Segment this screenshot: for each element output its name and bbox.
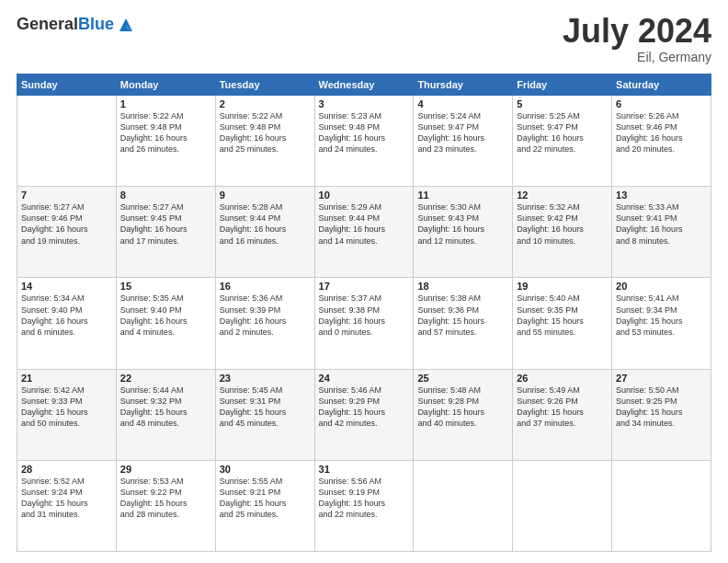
day-info: Sunrise: 5:32 AM Sunset: 9:42 PM Dayligh… xyxy=(517,201,608,247)
calendar-cell: 5Sunrise: 5:25 AM Sunset: 9:47 PM Daylig… xyxy=(513,96,612,187)
calendar-cell: 25Sunrise: 5:48 AM Sunset: 9:28 PM Dayli… xyxy=(414,369,513,460)
day-number: 27 xyxy=(616,373,707,384)
calendar-dow-wednesday: Wednesday xyxy=(314,75,414,96)
day-info: Sunrise: 5:53 AM Sunset: 9:22 PM Dayligh… xyxy=(120,476,211,521)
calendar-cell: 8Sunrise: 5:27 AM Sunset: 9:45 PM Daylig… xyxy=(116,187,215,278)
day-info: Sunrise: 5:27 AM Sunset: 9:46 PM Dayligh… xyxy=(21,201,112,247)
calendar-cell: 10Sunrise: 5:29 AM Sunset: 9:44 PM Dayli… xyxy=(314,187,414,278)
calendar-cell xyxy=(414,460,513,551)
day-number: 16 xyxy=(220,281,311,292)
calendar-cell: 1Sunrise: 5:22 AM Sunset: 9:48 PM Daylig… xyxy=(116,96,215,187)
day-info: Sunrise: 5:36 AM Sunset: 9:39 PM Dayligh… xyxy=(220,293,311,338)
day-number: 3 xyxy=(319,98,410,109)
day-info: Sunrise: 5:46 AM Sunset: 9:29 PM Dayligh… xyxy=(319,385,410,430)
calendar-cell: 20Sunrise: 5:41 AM Sunset: 9:34 PM Dayli… xyxy=(612,278,711,369)
day-number: 25 xyxy=(417,373,508,384)
calendar-dow-thursday: Thursday xyxy=(414,75,513,96)
day-info: Sunrise: 5:42 AM Sunset: 9:33 PM Dayligh… xyxy=(21,385,112,430)
calendar-header-row: SundayMondayTuesdayWednesdayThursdayFrid… xyxy=(17,75,711,96)
day-info: Sunrise: 5:26 AM Sunset: 9:46 PM Dayligh… xyxy=(616,110,707,155)
day-number: 11 xyxy=(417,190,508,201)
day-info: Sunrise: 5:40 AM Sunset: 9:35 PM Dayligh… xyxy=(517,293,608,338)
calendar-cell: 13Sunrise: 5:33 AM Sunset: 9:41 PM Dayli… xyxy=(612,187,711,278)
day-info: Sunrise: 5:24 AM Sunset: 9:47 PM Dayligh… xyxy=(417,110,508,155)
calendar-week-row: 1Sunrise: 5:22 AM Sunset: 9:48 PM Daylig… xyxy=(17,96,711,187)
day-number: 7 xyxy=(21,190,112,201)
calendar-cell: 27Sunrise: 5:50 AM Sunset: 9:25 PM Dayli… xyxy=(612,369,711,460)
day-info: Sunrise: 5:49 AM Sunset: 9:26 PM Dayligh… xyxy=(517,385,608,430)
calendar-cell: 18Sunrise: 5:38 AM Sunset: 9:36 PM Dayli… xyxy=(414,278,513,369)
day-info: Sunrise: 5:29 AM Sunset: 9:44 PM Dayligh… xyxy=(319,201,410,247)
logo-icon xyxy=(116,15,136,35)
day-number: 24 xyxy=(319,373,410,384)
day-number: 10 xyxy=(319,190,410,201)
day-info: Sunrise: 5:30 AM Sunset: 9:43 PM Dayligh… xyxy=(417,201,508,247)
day-number: 31 xyxy=(319,464,410,475)
day-info: Sunrise: 5:44 AM Sunset: 9:32 PM Dayligh… xyxy=(120,385,211,430)
location: Eil, Germany xyxy=(563,50,711,64)
day-info: Sunrise: 5:55 AM Sunset: 9:21 PM Dayligh… xyxy=(220,476,311,521)
logo-blue-text: Blue xyxy=(78,15,114,33)
calendar-table: SundayMondayTuesdayWednesdayThursdayFrid… xyxy=(17,74,711,552)
day-info: Sunrise: 5:33 AM Sunset: 9:41 PM Dayligh… xyxy=(616,201,707,247)
day-info: Sunrise: 5:22 AM Sunset: 9:48 PM Dayligh… xyxy=(220,110,311,155)
day-number: 4 xyxy=(417,98,508,109)
day-info: Sunrise: 5:45 AM Sunset: 9:31 PM Dayligh… xyxy=(220,385,311,430)
day-number: 15 xyxy=(120,281,211,292)
calendar-cell: 19Sunrise: 5:40 AM Sunset: 9:35 PM Dayli… xyxy=(513,278,612,369)
day-number: 17 xyxy=(319,281,410,292)
day-number: 2 xyxy=(220,98,311,109)
calendar-week-row: 21Sunrise: 5:42 AM Sunset: 9:33 PM Dayli… xyxy=(17,369,711,460)
day-number: 9 xyxy=(220,190,311,201)
calendar-cell: 3Sunrise: 5:23 AM Sunset: 9:48 PM Daylig… xyxy=(314,96,414,187)
month-year: July 2024 xyxy=(563,15,711,48)
page: GeneralBlue July 2024 Eil, Germany Sunda… xyxy=(0,0,728,563)
calendar-cell: 2Sunrise: 5:22 AM Sunset: 9:48 PM Daylig… xyxy=(215,96,314,187)
day-number: 12 xyxy=(517,190,608,201)
calendar-cell: 23Sunrise: 5:45 AM Sunset: 9:31 PM Dayli… xyxy=(215,369,314,460)
day-info: Sunrise: 5:34 AM Sunset: 9:40 PM Dayligh… xyxy=(21,293,112,338)
day-number: 14 xyxy=(21,281,112,292)
calendar-cell: 30Sunrise: 5:55 AM Sunset: 9:21 PM Dayli… xyxy=(215,460,314,551)
calendar-cell xyxy=(513,460,612,551)
header: GeneralBlue July 2024 Eil, Germany xyxy=(17,15,711,64)
day-info: Sunrise: 5:56 AM Sunset: 9:19 PM Dayligh… xyxy=(319,476,410,521)
calendar-dow-friday: Friday xyxy=(513,75,612,96)
day-number: 1 xyxy=(120,98,211,109)
calendar-cell: 24Sunrise: 5:46 AM Sunset: 9:29 PM Dayli… xyxy=(314,369,414,460)
day-number: 28 xyxy=(21,464,112,475)
day-number: 19 xyxy=(517,281,608,292)
logo: GeneralBlue xyxy=(17,15,136,35)
day-number: 29 xyxy=(120,464,211,475)
calendar-cell: 17Sunrise: 5:37 AM Sunset: 9:38 PM Dayli… xyxy=(314,278,414,369)
day-info: Sunrise: 5:28 AM Sunset: 9:44 PM Dayligh… xyxy=(220,201,311,247)
calendar-cell: 16Sunrise: 5:36 AM Sunset: 9:39 PM Dayli… xyxy=(215,278,314,369)
day-info: Sunrise: 5:37 AM Sunset: 9:38 PM Dayligh… xyxy=(319,293,410,338)
calendar-week-row: 14Sunrise: 5:34 AM Sunset: 9:40 PM Dayli… xyxy=(17,278,711,369)
calendar-cell: 14Sunrise: 5:34 AM Sunset: 9:40 PM Dayli… xyxy=(17,278,117,369)
day-info: Sunrise: 5:52 AM Sunset: 9:24 PM Dayligh… xyxy=(21,476,112,521)
day-info: Sunrise: 5:50 AM Sunset: 9:25 PM Dayligh… xyxy=(616,385,707,430)
calendar-dow-monday: Monday xyxy=(116,75,215,96)
logo-general-text: General xyxy=(17,15,78,33)
day-info: Sunrise: 5:41 AM Sunset: 9:34 PM Dayligh… xyxy=(616,293,707,338)
day-number: 20 xyxy=(616,281,707,292)
day-info: Sunrise: 5:48 AM Sunset: 9:28 PM Dayligh… xyxy=(417,385,508,430)
day-number: 18 xyxy=(417,281,508,292)
calendar-dow-sunday: Sunday xyxy=(17,75,117,96)
day-number: 13 xyxy=(616,190,707,201)
day-number: 22 xyxy=(120,373,211,384)
day-number: 6 xyxy=(616,98,707,109)
day-number: 26 xyxy=(517,373,608,384)
calendar-cell xyxy=(17,96,117,187)
day-number: 30 xyxy=(220,464,311,475)
calendar-cell: 21Sunrise: 5:42 AM Sunset: 9:33 PM Dayli… xyxy=(17,369,117,460)
calendar-cell: 12Sunrise: 5:32 AM Sunset: 9:42 PM Dayli… xyxy=(513,187,612,278)
day-info: Sunrise: 5:35 AM Sunset: 9:40 PM Dayligh… xyxy=(120,293,211,338)
calendar-cell: 15Sunrise: 5:35 AM Sunset: 9:40 PM Dayli… xyxy=(116,278,215,369)
calendar-dow-tuesday: Tuesday xyxy=(215,75,314,96)
calendar-week-row: 28Sunrise: 5:52 AM Sunset: 9:24 PM Dayli… xyxy=(17,460,711,551)
day-number: 8 xyxy=(120,190,211,201)
day-info: Sunrise: 5:22 AM Sunset: 9:48 PM Dayligh… xyxy=(120,110,211,155)
calendar-cell: 28Sunrise: 5:52 AM Sunset: 9:24 PM Dayli… xyxy=(17,460,117,551)
